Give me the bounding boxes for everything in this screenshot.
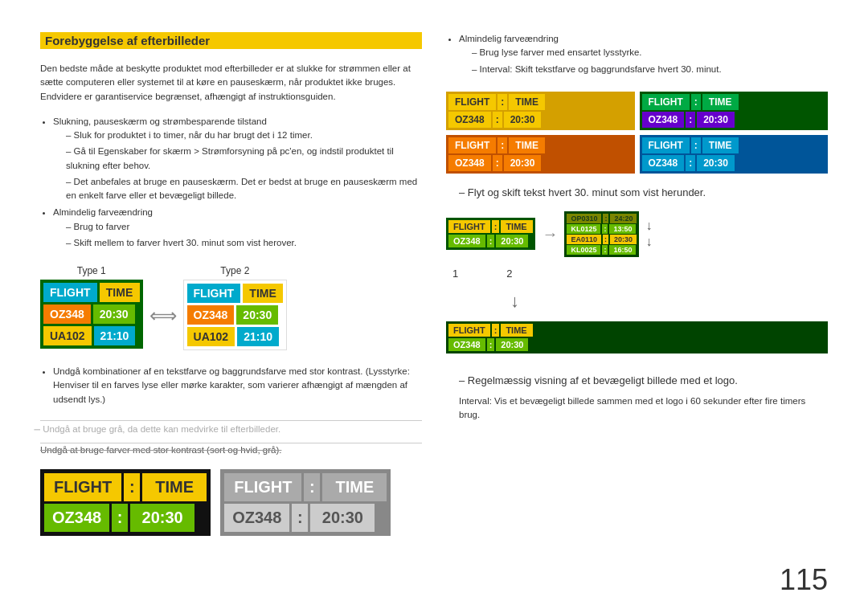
label-2: 2	[506, 268, 512, 280]
time-o: TIME	[509, 137, 545, 153]
colon-c2: :	[686, 155, 695, 171]
bottom-boards: FLIGHT : TIME OZ348 : 20:30 FLIGHT : TIM…	[40, 469, 422, 536]
avoid-contrast: Undgå at bruge farver med stor kontrast …	[40, 443, 422, 455]
sub-item: Brug to farver	[66, 220, 422, 234]
flight-c: FLIGHT	[642, 137, 690, 153]
scroll-colon-h: :	[492, 220, 500, 233]
scroll-r0-c: :	[603, 214, 608, 223]
time-value3: 20:30	[236, 305, 278, 325]
bottom-board-2: FLIGHT : TIME OZ348 : 20:30	[220, 469, 391, 536]
scroll-r3-c: :	[602, 245, 608, 255]
right-sub-1b: Interval: Skift tekstfarve og baggrundsf…	[472, 63, 828, 76]
oz-c: OZ348	[642, 155, 685, 171]
bottom-board-1: FLIGHT : TIME OZ348 : 20:30	[40, 469, 211, 536]
section-title: Forebyggelse af efterbilleder	[40, 32, 422, 49]
colon-cell-lg2: :	[112, 504, 128, 532]
flight-y: FLIGHT	[448, 94, 496, 110]
scroll-r1-t: 13:50	[609, 224, 636, 234]
time-c: TIME	[702, 137, 739, 153]
intro-text: Den bedste måde at beskytte produktet mo…	[40, 62, 422, 104]
final-colon-h: :	[492, 324, 500, 337]
colon-gray: :	[304, 473, 320, 501]
time-gray: TIME	[322, 473, 387, 501]
type1-label: Type 1	[77, 265, 106, 276]
logo-section: Regelmæssig visning af et bevægeligt bil…	[446, 374, 828, 386]
oz-y: OZ348	[448, 112, 491, 128]
type1-section: Type 1 FLIGHT TIME OZ348 20:30 UA102 21:…	[40, 265, 143, 349]
scroll-section: FLIGHT : TIME OZ348 : 20:30 → OP0310 :	[446, 211, 828, 257]
logo-sub: Interval: Vis et bevægeligt billede samm…	[459, 394, 828, 423]
flight-label: FLIGHT	[43, 283, 97, 302]
val-gray: 20:30	[310, 504, 375, 532]
right-bullet-1: Almindelig farveændring Brug lyse farver…	[459, 32, 828, 76]
flight-g: FLIGHT	[642, 94, 690, 110]
sub-item: Skift mellem to farver hvert 30. minut s…	[66, 236, 422, 250]
type2-section: Type 2 FLIGHT TIME OZ348 20:30 UA102 21:…	[183, 265, 288, 350]
val-c: 20:30	[697, 155, 735, 171]
time-value2: 21:10	[94, 326, 136, 345]
oz-value2: OZ348	[187, 305, 235, 325]
double-arrow: ⟺	[149, 304, 177, 327]
right-column: Almindelig farveændring Brug lyse farver…	[446, 32, 828, 589]
bullet-list: Slukning, pauseskærm og strømbesparende …	[40, 115, 422, 252]
time-label2: TIME	[243, 284, 283, 303]
type1-board: FLIGHT TIME OZ348 20:30 UA102 21:10	[40, 280, 143, 349]
ua-value2: UA102	[187, 327, 235, 346]
right-bullets: Almindelig farveændring Brug lyse farver…	[446, 32, 828, 79]
down-arrow-center: ↓	[510, 291, 828, 312]
time-label: TIME	[100, 283, 140, 302]
grid-board-4: FLIGHT : TIME OZ348 : 20:30	[640, 135, 829, 174]
flight-cell-gray: FLIGHT	[224, 473, 301, 501]
sub-item: Det anbefales at bruge en pauseskærm. De…	[66, 175, 422, 203]
bullet-item-1: Slukning, pauseskærm og strømbesparende …	[53, 115, 422, 203]
val-cell-lg: 20:30	[130, 504, 194, 532]
scroll-oz-r: OZ348	[448, 235, 485, 247]
number-labels: 1 2	[452, 268, 828, 280]
colon-o: :	[497, 137, 507, 153]
time-y: TIME	[509, 94, 545, 110]
flight-label2: FLIGHT	[187, 284, 241, 303]
oz-value: OZ348	[43, 304, 91, 324]
oz-g: OZ348	[642, 112, 685, 128]
scroll-time-h: TIME	[501, 220, 533, 233]
colon-g2: :	[686, 112, 695, 128]
final-colon: :	[487, 338, 495, 351]
val-g: 20:30	[697, 112, 735, 128]
right-sub-1: Brug lyse farver med ensartet lysstyrke.	[472, 46, 828, 59]
final-val: 20:30	[496, 338, 528, 351]
colon-cell-lg: :	[124, 473, 140, 501]
scroll-text: Flyt og skift tekst hvert 30. minut som …	[459, 186, 828, 198]
scroll-r2-f: EA0110	[567, 235, 601, 244]
time-g: TIME	[702, 94, 739, 110]
final-flight-h: FLIGHT	[448, 324, 490, 337]
grid-board-2: FLIGHT : TIME OZ348 : 20:30	[640, 92, 829, 130]
time-value: 20:30	[93, 304, 135, 324]
avoid-gray: ̶ Undgå at bruge grå, da dette kan medvi…	[40, 420, 422, 435]
left-column: Forebyggelse af efterbilleder Den bedste…	[40, 32, 422, 589]
final-time-h: TIME	[501, 324, 533, 337]
colon-c: :	[691, 137, 701, 153]
scroll-r1-f: KL0125	[567, 224, 600, 234]
final-board: FLIGHT : TIME OZ348 : 20:30	[446, 321, 828, 353]
colon-o2: :	[493, 155, 502, 171]
scroll-r2-c: :	[603, 235, 608, 244]
scroll-r0-t: 24:20	[610, 214, 637, 223]
colon-y: :	[497, 94, 507, 110]
ua-value: UA102	[43, 326, 92, 345]
scroll-r2-t: 20:30	[610, 235, 637, 244]
time-cell-lg: TIME	[142, 473, 207, 501]
type-boards-section: Type 1 FLIGHT TIME OZ348 20:30 UA102 21:…	[40, 265, 422, 350]
time-value4: 21:10	[237, 327, 279, 346]
colon-g: :	[691, 94, 701, 110]
type2-board: FLIGHT TIME OZ348 20:30 UA102 21:10	[183, 280, 288, 350]
arrow-right: →	[542, 225, 558, 243]
flight-o: FLIGHT	[448, 137, 496, 153]
type2-label: Type 2	[220, 265, 249, 276]
scroll-colon-r: :	[487, 235, 495, 247]
scroll-r3-t: 16:50	[609, 245, 636, 255]
val-o: 20:30	[504, 155, 542, 171]
scroll-desc: Flyt og skift tekst hvert 30. minut som …	[446, 186, 828, 198]
page-number: 115	[780, 563, 828, 597]
final-oz: OZ348	[448, 338, 485, 351]
scroll-board-1: FLIGHT : TIME OZ348 : 20:30	[446, 218, 535, 250]
